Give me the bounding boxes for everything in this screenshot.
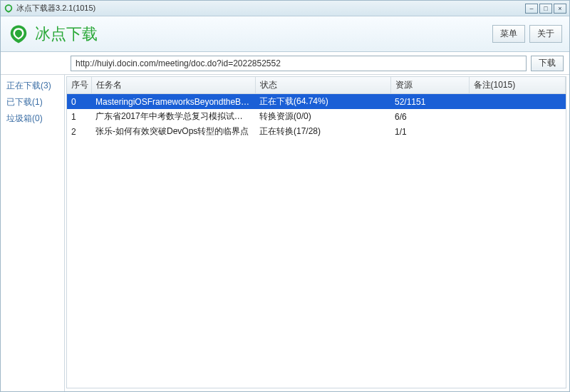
table-row[interactable]: 0MasteringiOSFrameworksBeyondtheBasics,2…: [67, 94, 566, 110]
cell-status: 正在转换(17/28): [255, 124, 390, 139]
sidebar: 正在下载(3) 已下载(1) 垃圾箱(0): [1, 75, 65, 391]
minimize-button[interactable]: –: [525, 4, 538, 14]
app-icon: [4, 4, 14, 14]
sidebar-item-trash[interactable]: 垃圾箱(0): [1, 110, 64, 127]
maximize-button[interactable]: □: [539, 4, 552, 14]
logo-icon: [8, 24, 29, 45]
cell-res: 52/1151: [390, 94, 469, 110]
cell-note: [469, 94, 566, 110]
app-window: 冰点下载器3.2.1(1015) – □ × 冰点下载 菜单 关于 下载 正在下…: [0, 0, 570, 392]
cell-res: 6/6: [390, 109, 469, 124]
titlebar[interactable]: 冰点下载器3.2.1(1015) – □ ×: [1, 1, 569, 16]
sidebar-item-downloading[interactable]: 正在下载(3): [1, 78, 64, 94]
col-header-index[interactable]: 序号: [67, 77, 91, 94]
cell-note: [469, 124, 566, 139]
cell-note: [469, 109, 566, 124]
col-header-name[interactable]: 任务名: [91, 77, 255, 94]
table-row[interactable]: 2张乐-如何有效突破DevOps转型的临界点正在转换(17/28)1/1: [67, 124, 566, 139]
url-row: 下载: [1, 52, 569, 75]
sidebar-item-downloaded[interactable]: 已下载(1): [1, 94, 64, 110]
window-controls: – □ ×: [525, 4, 566, 14]
table-row[interactable]: 1广东省2017年中考数学总复习模拟试题二201707...转换资源(0/0)6…: [67, 109, 566, 124]
close-button[interactable]: ×: [554, 4, 566, 14]
body: 正在下载(3) 已下载(1) 垃圾箱(0) 序号 任务名 状态 资源: [1, 75, 569, 391]
cell-name: 广东省2017年中考数学总复习模拟试题二201707...: [91, 109, 255, 124]
table-header-row: 序号 任务名 状态 资源 备注(1015): [67, 77, 566, 94]
cell-status: 转换资源(0/0): [255, 109, 390, 124]
cell-idx: 0: [67, 94, 91, 110]
menu-button[interactable]: 菜单: [492, 25, 525, 43]
cell-name: 张乐-如何有效突破DevOps转型的临界点: [91, 124, 255, 139]
header: 冰点下载 菜单 关于: [1, 16, 569, 52]
task-table: 序号 任务名 状态 资源 备注(1015) 0MasteringiOSFrame…: [67, 77, 566, 139]
task-table-wrap[interactable]: 序号 任务名 状态 资源 备注(1015) 0MasteringiOSFrame…: [66, 76, 566, 388]
header-buttons: 菜单 关于: [492, 25, 562, 43]
col-header-resource[interactable]: 资源: [390, 77, 469, 94]
download-button[interactable]: 下载: [531, 56, 564, 71]
app-name: 冰点下载: [35, 24, 492, 45]
col-header-status[interactable]: 状态: [255, 77, 390, 94]
window-title: 冰点下载器3.2.1(1015): [16, 3, 525, 14]
cell-status: 正在下载(64.74%): [255, 94, 390, 110]
cell-idx: 2: [67, 124, 91, 139]
col-header-note[interactable]: 备注(1015): [469, 77, 566, 94]
url-input[interactable]: [71, 56, 527, 71]
main-panel: 序号 任务名 状态 资源 备注(1015) 0MasteringiOSFrame…: [65, 75, 569, 391]
cell-name: MasteringiOSFrameworksBeyondtheBasics,2n…: [91, 94, 255, 110]
cell-res: 1/1: [390, 124, 469, 139]
cell-idx: 1: [67, 109, 91, 124]
about-button[interactable]: 关于: [529, 25, 562, 43]
